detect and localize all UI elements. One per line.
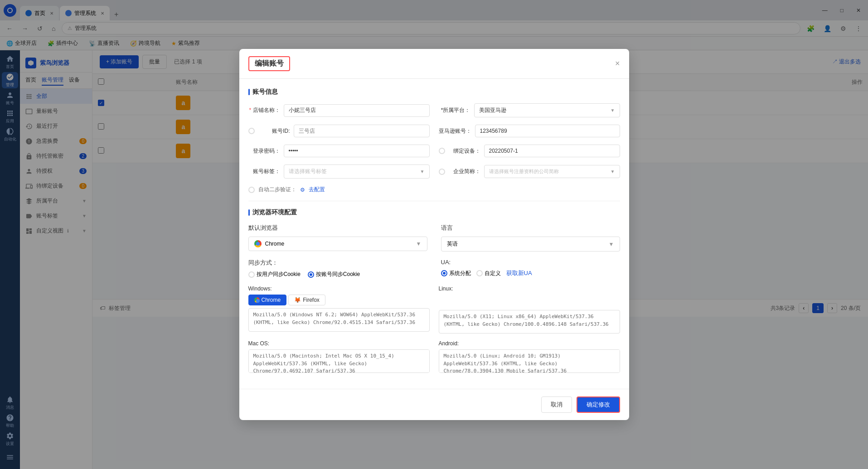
language-select[interactable]: 英语 ▼ — [441, 237, 620, 251]
form-group-platform: *所属平台： 美国亚马逊 ▼ — [439, 103, 620, 117]
password-input[interactable] — [284, 145, 430, 157]
ua-label-0: 系统分配 — [449, 270, 471, 277]
auto-2fa-row: 自动二步验证： ⚙ 去配置 — [248, 186, 620, 193]
form-group-tag: 账号标签： 请选择账号标签 ▼ — [248, 164, 430, 179]
bind-device-input[interactable] — [484, 145, 620, 157]
macos-android-row: Mac OS: Mozilla/5.0 (Macintosh; Intel Ma… — [248, 340, 620, 374]
tag-select[interactable]: 请选择账号标签 ▼ — [284, 164, 430, 179]
company-select[interactable]: 请选择账号注册资料的公司简称 ▼ — [484, 165, 620, 178]
android-col: Android: Mozilla/5.0 (Linux; Android 10;… — [439, 340, 620, 374]
account-id-radio-btn[interactable] — [248, 128, 255, 134]
windows-chrome-button[interactable]: Chrome — [248, 295, 287, 305]
ua-radio-0[interactable] — [441, 270, 447, 276]
bind-device-radio — [439, 148, 445, 154]
amazon-id-input[interactable] — [475, 125, 620, 137]
bind-device-label: 绑定设备： — [449, 147, 480, 155]
platform-select[interactable]: 美国亚马逊 ▼ — [474, 103, 620, 117]
windows-label: Windows: — [248, 285, 430, 292]
form-group-password: 登录密码： — [248, 145, 430, 157]
ua-label-1: 自定义 — [485, 270, 501, 277]
shop-name-input[interactable] — [284, 104, 430, 117]
sync-col: 同步方式： 按用户同步Cookie 按账号同步Cookie — [248, 259, 427, 278]
shop-name-label: 店铺名称： — [248, 106, 280, 114]
sync-option-0[interactable]: 按用户同步Cookie — [248, 271, 301, 278]
confirm-button[interactable]: 确定修改 — [577, 396, 620, 413]
windows-firefox-button[interactable]: 🦊 Firefox — [288, 295, 325, 305]
ua-label: UA: — [441, 259, 620, 266]
password-label: 登录密码： — [248, 147, 280, 155]
android-label: Android: — [439, 340, 620, 347]
ua-get-new-link[interactable]: 获取新UA — [506, 269, 532, 277]
dialog-body: 账号信息 店铺名称： *所属平台： 美国亚马逊 ▼ — [239, 79, 629, 389]
sync-radio-row: 按用户同步Cookie 按账号同步Cookie — [248, 271, 427, 278]
form-group-shop-name: 店铺名称： — [248, 103, 430, 117]
form-group-company: 企业简称： 请选择账号注册资料的公司简称 ▼ — [439, 164, 620, 179]
browser-select[interactable]: Chrome ▼ — [248, 237, 427, 251]
sync-option-1[interactable]: 按账号同步Cookie — [308, 271, 360, 278]
lang-col: 语言 英语 ▼ — [441, 224, 620, 251]
form-row-2: 账号ID: 亚马逊账号： — [248, 125, 620, 137]
section-browser-title: 浏览器环境配置 — [248, 208, 620, 217]
form-row-4: 账号标签： 请选择账号标签 ▼ 企业简称： 请选择账号注册资料的公司简称 ▼ — [248, 164, 620, 179]
browser-lang-row: 默认浏览器 Chrome ▼ 语言 英语 ▼ — [248, 224, 620, 251]
sync-radio-0[interactable] — [248, 271, 255, 278]
auto-2fa-config-text[interactable]: 去配置 — [309, 186, 325, 193]
auto-2fa-label: 自动二步验证： — [258, 186, 296, 193]
sync-label-1: 按账号同步Cookie — [316, 271, 360, 278]
account-id-input[interactable] — [294, 125, 430, 137]
cancel-button[interactable]: 取消 — [541, 396, 572, 413]
browser-arrow: ▼ — [416, 241, 422, 247]
section-divider — [248, 201, 620, 201]
platform-label: *所属平台： — [439, 106, 470, 114]
dialog-title: 编辑账号 — [248, 56, 290, 71]
amazon-id-label: 亚马逊账号： — [439, 127, 471, 135]
windows-buttons: Chrome 🦊 Firefox — [248, 295, 430, 305]
account-id-radio — [248, 128, 255, 134]
platform-arrow: ▼ — [611, 108, 615, 113]
ua-option-1[interactable]: 自定义 — [476, 270, 501, 277]
form-group-amazon-id: 亚马逊账号： — [439, 125, 620, 137]
tag-arrow: ▼ — [420, 169, 425, 174]
windows-linux-row: Windows: Chrome 🦊 Firefox Mozilla/5.0 (W… — [248, 285, 620, 335]
company-arrow: ▼ — [611, 169, 615, 174]
sync-radio-1[interactable] — [308, 271, 314, 278]
sync-label-0: 按用户同步Cookie — [257, 271, 301, 278]
browser-col: 默认浏览器 Chrome ▼ — [248, 224, 427, 251]
macos-label: Mac OS: — [248, 340, 430, 347]
ua-col: UA: 系统分配 自定义 获取新UA — [441, 259, 620, 278]
ua-radio-1[interactable] — [476, 270, 483, 276]
form-row-1: 店铺名称： *所属平台： 美国亚马逊 ▼ — [248, 103, 620, 117]
macos-col: Mac OS: Mozilla/5.0 (Macintosh; Intel Ma… — [248, 340, 430, 374]
windows-col: Windows: Chrome 🦊 Firefox Mozilla/5.0 (W… — [248, 285, 430, 335]
platform-value: 美国亚马逊 — [479, 106, 506, 114]
windows-chrome-label: Chrome — [262, 297, 281, 303]
android-ua-textarea[interactable]: Mozilla/5.0 (Linux; Android 10; GM1913) … — [439, 349, 620, 373]
dialog-footer: 取消 确定修改 — [239, 389, 629, 420]
windows-firefox-label: Firefox — [303, 297, 320, 303]
modal-overlay[interactable]: 编辑账号 × 账号信息 店铺名称： *所属平台： 美国亚马逊 ▼ — [0, 0, 868, 469]
language-label: 语言 — [441, 224, 620, 232]
sync-label: 同步方式： — [248, 259, 427, 267]
auto-2fa-config-link[interactable]: ⚙ — [300, 187, 305, 193]
company-radio-btn[interactable] — [439, 169, 445, 175]
form-group-account-id: 账号ID: — [248, 125, 430, 137]
ua-option-0[interactable]: 系统分配 — [441, 270, 471, 277]
macos-ua-textarea[interactable]: Mozilla/5.0 (Macintosh; Intel Mac OS X 1… — [248, 349, 430, 373]
lang-arrow: ▼ — [609, 241, 614, 247]
default-browser-label: 默认浏览器 — [248, 224, 427, 232]
linux-ua-textarea[interactable]: Mozilla/5.0 (X11; Linux x86_64) AppleWeb… — [439, 310, 620, 334]
language-value: 英语 — [447, 240, 458, 248]
linux-label: Linux: — [439, 285, 620, 292]
sync-ua-row: 同步方式： 按用户同步Cookie 按账号同步Cookie UA: — [248, 259, 620, 278]
linux-col: Linux: Mozilla/5.0 (X11; Linux x86_64) A… — [439, 285, 620, 335]
chrome-icon — [254, 240, 262, 247]
form-row-3: 登录密码： 绑定设备： — [248, 145, 620, 157]
company-radio — [439, 169, 445, 175]
bind-device-radio-btn[interactable] — [439, 148, 445, 154]
windows-ua-textarea[interactable]: Mozilla/5.0 (Windows NT 6.2; WOW64) Appl… — [248, 308, 430, 332]
company-placeholder: 请选择账号注册资料的公司简称 — [489, 168, 559, 175]
dialog-close-button[interactable]: × — [615, 59, 620, 68]
auto-2fa-radio[interactable] — [248, 187, 255, 193]
browser-value: Chrome — [265, 241, 285, 247]
windows-chrome-icon — [254, 297, 260, 303]
